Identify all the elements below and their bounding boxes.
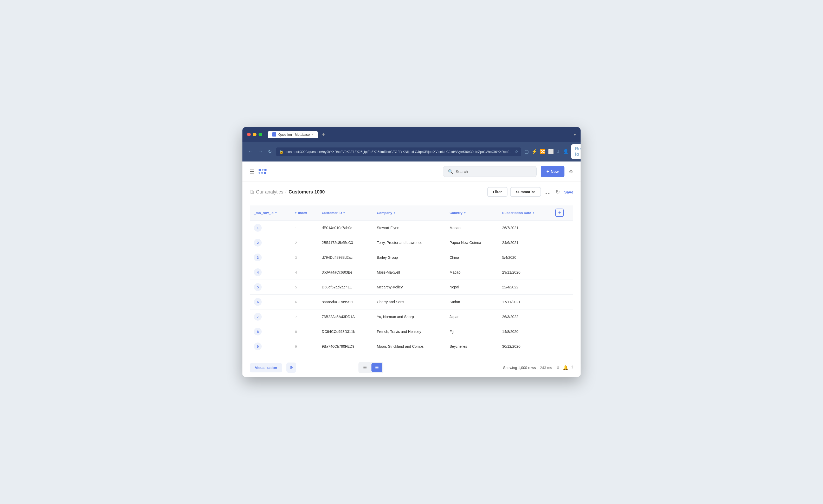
browser-actions: ▢ ⚡ 🔀 ⬜ ⇓ 👤 Relaunch to update ⋮ bbox=[524, 144, 581, 159]
visualization-btn[interactable]: Visualization bbox=[250, 363, 282, 372]
breadcrumb-separator: / bbox=[285, 190, 286, 194]
row-extra-cell bbox=[551, 339, 573, 354]
row-badge[interactable]: 9 bbox=[254, 342, 262, 350]
rows-count: Showing 1,000 rows bbox=[503, 366, 536, 370]
url-text: localhost:3000/question#eyJkYXRhc2V0X3F1… bbox=[286, 150, 512, 154]
summarize-button[interactable]: Summarize bbox=[510, 187, 541, 197]
col-company[interactable]: Company ▾ bbox=[373, 205, 445, 220]
row-badge[interactable]: 3 bbox=[254, 254, 262, 262]
row-badge[interactable]: 5 bbox=[254, 283, 262, 291]
tab-dropdown-icon[interactable]: ▾ bbox=[574, 132, 576, 137]
new-button[interactable]: + New bbox=[541, 166, 564, 177]
row-country-cell: China bbox=[445, 250, 498, 265]
forward-btn[interactable]: → bbox=[257, 149, 264, 155]
columns-icon[interactable]: ☷ bbox=[544, 187, 551, 197]
row-index-cell: 8 bbox=[291, 324, 318, 339]
chevron-down-icon: ▾ bbox=[275, 211, 277, 214]
hamburger-menu-icon[interactable]: ☰ bbox=[250, 169, 255, 175]
row-customer-id-cell: dE014d010c7ab0c bbox=[318, 220, 373, 235]
logo-dot-5 bbox=[261, 172, 263, 174]
tab-area: Question - Metabase × + bbox=[268, 131, 571, 138]
row-extra-cell bbox=[551, 310, 573, 324]
download-icon[interactable]: ⇓ bbox=[556, 149, 560, 155]
settings-icon[interactable]: ⚙ bbox=[568, 169, 573, 175]
refresh-data-icon[interactable]: ↻ bbox=[554, 187, 561, 197]
row-country-cell: Fiji bbox=[445, 324, 498, 339]
minimize-traffic-light[interactable] bbox=[253, 133, 257, 136]
extension-icon-3[interactable]: 🔀 bbox=[540, 149, 545, 155]
chevron-down-icon-cid: ▾ bbox=[343, 211, 345, 214]
row-badge[interactable]: 7 bbox=[254, 313, 262, 321]
maximize-traffic-light[interactable] bbox=[259, 133, 262, 136]
breadcrumb-section[interactable]: Our analytics bbox=[256, 189, 283, 195]
table-container: _mb_row_id ▾ ▾ Index Cus bbox=[242, 201, 581, 358]
row-index-cell: 2 bbox=[291, 235, 318, 250]
visualization-settings-btn[interactable]: ⚙ bbox=[286, 362, 296, 373]
row-badge-cell: 1 bbox=[250, 220, 291, 235]
row-company-cell: Bailey Group bbox=[373, 250, 445, 265]
row-index-cell: 1 bbox=[291, 220, 318, 235]
row-badge[interactable]: 8 bbox=[254, 328, 262, 335]
metabase-logo[interactable] bbox=[259, 169, 268, 174]
save-button[interactable]: Save bbox=[564, 190, 573, 194]
extension-icon-2[interactable]: ⚡ bbox=[531, 149, 537, 155]
relaunch-btn[interactable]: Relaunch to update ⋮ bbox=[571, 144, 581, 159]
search-bar[interactable]: 🔍 bbox=[443, 166, 537, 177]
close-traffic-light[interactable] bbox=[247, 133, 251, 136]
new-button-label: New bbox=[551, 169, 559, 174]
row-badge[interactable]: 1 bbox=[254, 224, 262, 232]
relaunch-label: Relaunch to update bbox=[575, 146, 581, 157]
download-data-icon[interactable]: ⇓ bbox=[556, 365, 560, 371]
row-badge[interactable]: 4 bbox=[254, 269, 262, 276]
row-badge-cell: 9 bbox=[250, 339, 291, 354]
row-customer-id-cell: DC94CCd993D311b bbox=[318, 324, 373, 339]
row-company-cell: Moss-Maxwell bbox=[373, 265, 445, 280]
row-subscription-date-cell: 17/11/2021 bbox=[498, 295, 551, 310]
extension-icon-4[interactable]: ⬜ bbox=[548, 149, 554, 155]
extension-icon-1[interactable]: ▢ bbox=[524, 149, 529, 155]
bookmark-icon[interactable]: ☆ bbox=[514, 149, 518, 154]
search-input[interactable] bbox=[456, 169, 532, 174]
row-company-cell: Terry, Proctor and Lawrence bbox=[373, 235, 445, 250]
add-column-btn[interactable]: + bbox=[555, 208, 564, 217]
new-tab-btn[interactable]: + bbox=[320, 132, 327, 138]
url-bar[interactable]: 🔒 localhost:3000/question#eyJkYXRhc2V0X3… bbox=[276, 147, 521, 156]
tab-close-btn[interactable]: × bbox=[312, 133, 314, 136]
active-tab[interactable]: Question - Metabase × bbox=[268, 131, 318, 138]
row-company-cell: Moon, Strickland and Combs bbox=[373, 339, 445, 354]
logo-dot-2 bbox=[262, 169, 264, 171]
status-icons: ⇓ 🔔 ⤴ bbox=[556, 365, 573, 371]
row-extra-cell bbox=[551, 265, 573, 280]
col-index-label: Index bbox=[298, 211, 307, 215]
row-subscription-date-cell: 29/11/2020 bbox=[498, 265, 551, 280]
page-header: ⧉ Our analytics / Customers 1000 Filter … bbox=[242, 182, 581, 201]
col-subscription-date[interactable]: Subscription Date ▾ bbox=[498, 205, 551, 220]
row-badge[interactable]: 6 bbox=[254, 298, 262, 306]
refresh-btn[interactable]: ↻ bbox=[267, 149, 273, 155]
filter-button[interactable]: Filter bbox=[487, 187, 507, 197]
row-index-cell: 9 bbox=[291, 339, 318, 354]
col-country[interactable]: Country ▾ bbox=[445, 205, 498, 220]
row-subscription-date-cell: 22/4/2022 bbox=[498, 280, 551, 295]
col-index[interactable]: ▾ Index bbox=[291, 205, 318, 220]
row-subscription-date-cell: 24/6/2021 bbox=[498, 235, 551, 250]
col-customer-id[interactable]: Customer ID ▾ bbox=[318, 205, 373, 220]
row-customer-id-cell: 73B22Ac8A43DD1A bbox=[318, 310, 373, 324]
table-row: 5 5 D60df62ad2ae41E Mccarthy-Kelley Nepa… bbox=[250, 280, 573, 295]
row-country-cell: Seychelles bbox=[445, 339, 498, 354]
grid-view-btn[interactable]: ☶ bbox=[371, 363, 382, 372]
export-icon[interactable]: ⤴ bbox=[571, 365, 573, 371]
chevron-down-icon-company: ▾ bbox=[394, 211, 395, 214]
alert-icon[interactable]: 🔔 bbox=[562, 365, 568, 371]
row-index-cell: 5 bbox=[291, 280, 318, 295]
list-view-btn[interactable]: ☷ bbox=[359, 363, 370, 372]
row-subscription-date-cell: 5/4/2020 bbox=[498, 250, 551, 265]
col-mb-row-id[interactable]: _mb_row_id ▾ bbox=[250, 205, 291, 220]
page-actions: Filter Summarize ☷ ↻ Save bbox=[487, 187, 573, 197]
row-badge-cell: 2 bbox=[250, 235, 291, 250]
row-badge[interactable]: 2 bbox=[254, 239, 262, 246]
row-company-cell: Stewart-Flynn bbox=[373, 220, 445, 235]
back-btn[interactable]: ← bbox=[247, 149, 254, 155]
profile-avatar[interactable]: 👤 bbox=[563, 149, 568, 155]
table-row: 7 7 73B22Ac8A43DD1A Yu, Norman and Sharp… bbox=[250, 310, 573, 324]
